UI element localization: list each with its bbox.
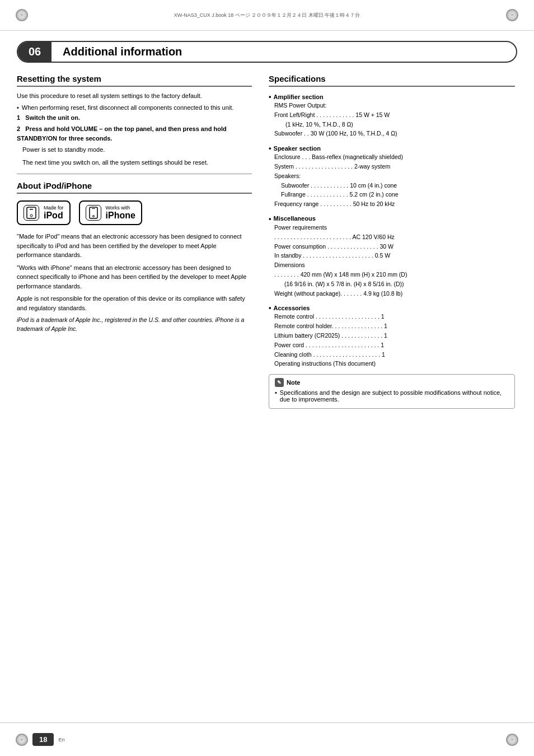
speaker-label: Speakers:: [274, 171, 515, 181]
step1: 1 Switch the unit on.: [17, 113, 252, 123]
acc-battery: Lithium battery (CR2025) . . . . . . . .…: [274, 331, 515, 340]
spec-amplifier: Amplifier section RMS Power Output: Fron…: [269, 92, 515, 138]
acc-remote: Remote control . . . . . . . . . . . . .…: [274, 312, 515, 321]
badge-row: Made for iPod: [17, 200, 252, 225]
misc-weight: Weight (without package). . . . . . . 4.…: [274, 289, 515, 298]
reset-bullet-text: When performing reset, first disconnect …: [22, 104, 233, 111]
chapter-title: Additional information: [51, 42, 193, 62]
reset-bullet: When performing reset, first disconnect …: [17, 104, 252, 111]
misc-ac: . . . . . . . . . . . . . . . . . . . . …: [274, 232, 515, 242]
step2-text: Press and hold VOLUME – on the top panel…: [17, 125, 227, 142]
amp-front2: (1 kHz, 10 %, T.H.D., 8 Ω): [274, 120, 515, 129]
acc-cord: Power cord . . . . . . . . . . . . . . .…: [274, 340, 515, 350]
amp-sub: Subwoofer . . 30 W (100 Hz, 10 %, T.H.D.…: [274, 129, 515, 138]
ipod-icon: [24, 205, 39, 221]
note-box: ✎ Note Specifications and the design are…: [269, 374, 515, 409]
speaker-freq: Frequency range . . . . . . . . . . 50 H…: [274, 199, 515, 209]
ipod-para1: "Made for iPod" means that an electronic…: [17, 232, 252, 260]
note-text: Specifications and the design are subjec…: [280, 389, 509, 403]
page-container: ✛ XW-NAS3_CUX J.book 18 ページ ２００９年１２月２４日 …: [0, 0, 534, 756]
bottom-strip: ✛ 18 En ✛: [0, 722, 534, 756]
page-lang: En: [58, 737, 64, 743]
acc-holder: Remote control holder. . . . . . . . . .…: [274, 321, 515, 331]
speaker-sub: Subwoofer . . . . . . . . . . . . 10 cm …: [274, 181, 515, 190]
ipod-section: About iPod/iPhone Made for: [17, 181, 252, 334]
page-number: 18: [32, 733, 54, 746]
iphone-name: iPhone: [106, 211, 135, 221]
amp-title: Amplifier section: [269, 92, 515, 101]
iphone-icon: [86, 205, 101, 221]
iphone-para2: "Works with iPhone" means that an electr…: [17, 263, 252, 291]
divider-1: [17, 174, 252, 174]
ipod-badge-texts: Made for iPod: [44, 205, 64, 221]
note-label: Note: [287, 379, 300, 386]
chapter-header: 06 Additional information: [17, 41, 517, 63]
acc-cloth: Cleaning cloth . . . . . . . . . . . . .…: [274, 350, 515, 360]
iphone-badge: Works with iPhone: [79, 200, 142, 225]
misc-dimensions-label: Dimensions: [274, 260, 515, 270]
amp-details: RMS Power Output: Front Left/Right . . .…: [274, 101, 515, 138]
acc-title: Accessories: [269, 304, 515, 312]
left-column: Resetting the system Use this procedure …: [17, 74, 252, 409]
acc-details: Remote control . . . . . . . . . . . . .…: [274, 312, 515, 368]
iphone-works-with: Works with: [106, 205, 135, 211]
step2: 2 Press and hold VOLUME – on the top pan…: [17, 124, 252, 143]
amp-front: Front Left/Right . . . . . . . . . . . .…: [274, 110, 515, 120]
misc-consumption: Power consumption . . . . . . . . . . . …: [274, 242, 515, 251]
misc-details: Power requirements . . . . . . . . . . .…: [274, 223, 515, 298]
ipod-name: iPod: [44, 211, 64, 221]
speaker-enclosure: Enclosure . . . Bass-reflex (magneticall…: [274, 152, 515, 162]
misc-standby: In standby . . . . . . . . . . . . . . .…: [274, 251, 515, 260]
corner-mark-tl: ✛: [16, 9, 28, 21]
ipod-badge: Made for iPod: [17, 200, 71, 225]
spec-misc: Miscellaneous Power requirements . . . .…: [269, 214, 515, 298]
right-column: Specifications Amplifier section RMS Pow…: [269, 74, 515, 409]
corner-mark-br: ✛: [506, 734, 518, 746]
speaker-system: System . . . . . . . . . . . . . . . . .…: [274, 162, 515, 171]
misc-title: Miscellaneous: [269, 214, 515, 223]
top-strip: ✛ XW-NAS3_CUX J.book 18 ページ ２００９年１２月２４日 …: [0, 0, 534, 31]
ipod-made-for: Made for: [44, 205, 64, 211]
corner-mark-tr: ✛: [506, 9, 518, 21]
chapter-number: 06: [18, 42, 51, 62]
svg-rect-2: [30, 209, 33, 210]
iphone-badge-texts: Works with iPhone: [106, 205, 135, 221]
step1-num: 1: [17, 114, 20, 121]
file-info: XW-NAS3_CUX J.book 18 ページ ２００９年１２月２４日 木曜…: [32, 12, 502, 19]
spec-accessories: Accessories Remote control . . . . . . .…: [269, 304, 515, 368]
speaker-title: Speaker section: [269, 144, 515, 152]
speaker-full: Fullrange . . . . . . . . . . . . . 5.2 …: [274, 190, 515, 199]
spec-speaker: Speaker section Enclosure . . . Bass-ref…: [269, 144, 515, 209]
step1-text: Switch the unit on.: [25, 114, 80, 121]
note-icon: ✎: [275, 378, 284, 387]
step2-num: 2: [17, 125, 20, 132]
corner-mark-bl: ✛: [16, 734, 28, 746]
content-area: Resetting the system Use this procedure …: [0, 68, 534, 420]
reset-intro: Use this procedure to reset all system s…: [17, 91, 252, 101]
svg-point-1: [30, 214, 32, 217]
note-title-row: ✎ Note: [275, 378, 509, 387]
spec-title: Specifications: [269, 74, 515, 87]
misc-dim-val: . . . . . . . . 420 mm (W) x 148 mm (H) …: [274, 270, 515, 279]
amp-rms: RMS Power Output:: [274, 101, 515, 110]
misc-power-req: Power requirements: [274, 223, 515, 232]
svg-rect-5: [92, 208, 95, 209]
step2-result1: Power is set to standby mode.: [22, 145, 252, 155]
misc-dim-in: (16 9/16 in. (W) x 5 7/8 in. (H) x 8 5/1…: [274, 279, 515, 289]
acc-manual: Operating instructions (This document): [274, 359, 515, 368]
apple-para3: Apple is not responsible for the operati…: [17, 294, 252, 312]
ipod-section-title: About iPod/iPhone: [17, 181, 252, 194]
note-content: Specifications and the design are subjec…: [275, 389, 509, 403]
step2-result2: The next time you switch on, all the sys…: [22, 158, 252, 167]
trademark-para4: iPod is a trademark of Apple Inc., regis…: [17, 316, 252, 334]
reset-section-title: Resetting the system: [17, 74, 252, 87]
svg-point-4: [92, 216, 94, 217]
speaker-details: Enclosure . . . Bass-reflex (magneticall…: [274, 152, 515, 209]
